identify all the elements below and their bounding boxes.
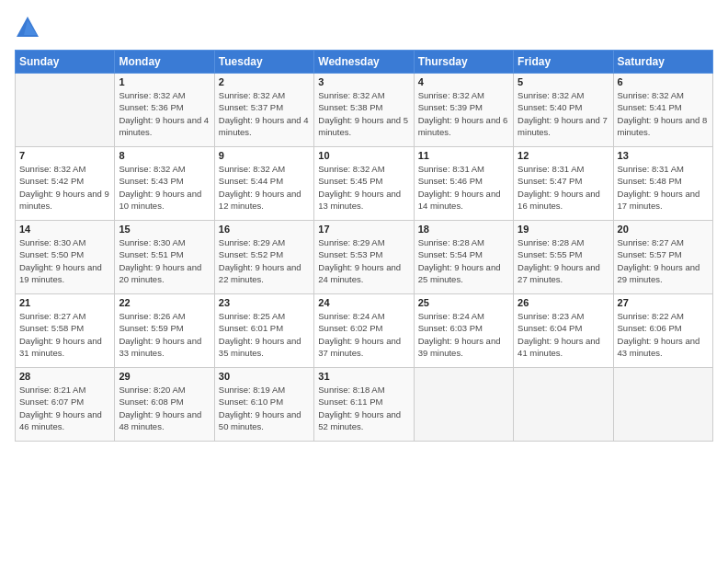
day-number: 10 [318,150,409,161]
calendar-cell: 14Sunrise: 8:30 AMSunset: 5:50 PMDayligh… [16,221,115,294]
cell-info: Sunrise: 8:18 AMSunset: 6:11 PMDaylight:… [318,384,409,432]
cell-info: Sunrise: 8:19 AMSunset: 6:10 PMDaylight:… [219,384,310,432]
day-number: 30 [219,371,310,382]
calendar-cell: 12Sunrise: 8:31 AMSunset: 5:47 PMDayligh… [514,147,613,221]
cell-info: Sunrise: 8:32 AMSunset: 5:44 PMDaylight:… [219,163,310,212]
day-number: 7 [19,150,110,161]
calendar-cell: 11Sunrise: 8:31 AMSunset: 5:46 PMDayligh… [414,147,513,221]
logo-icon [15,15,40,40]
calendar-week-row: 7Sunrise: 8:32 AMSunset: 5:42 PMDaylight… [16,147,713,221]
day-number: 11 [418,150,509,161]
day-number: 12 [518,150,609,161]
day-number: 8 [119,150,210,161]
calendar-week-row: 1Sunrise: 8:32 AMSunset: 5:36 PMDaylight… [16,74,713,147]
cell-info: Sunrise: 8:23 AMSunset: 6:04 PMDaylight:… [518,310,609,359]
calendar-cell: 6Sunrise: 8:32 AMSunset: 5:41 PMDaylight… [613,74,712,147]
column-header-tuesday: Tuesday [214,51,313,74]
calendar-cell: 8Sunrise: 8:32 AMSunset: 5:43 PMDaylight… [115,147,214,221]
calendar-cell: 7Sunrise: 8:32 AMSunset: 5:42 PMDaylight… [16,147,115,221]
day-number: 9 [219,150,310,161]
cell-info: Sunrise: 8:24 AMSunset: 6:02 PMDaylight:… [318,310,409,359]
day-number: 1 [119,76,210,87]
column-header-saturday: Saturday [613,51,712,74]
calendar-week-row: 28Sunrise: 8:21 AMSunset: 6:07 PMDayligh… [16,368,713,442]
calendar-cell: 28Sunrise: 8:21 AMSunset: 6:07 PMDayligh… [16,368,115,442]
calendar-cell: 30Sunrise: 8:19 AMSunset: 6:10 PMDayligh… [214,368,313,442]
cell-info: Sunrise: 8:32 AMSunset: 5:43 PMDaylight:… [119,163,210,212]
day-number: 31 [318,371,409,382]
calendar-cell: 31Sunrise: 8:18 AMSunset: 6:11 PMDayligh… [314,368,414,442]
cell-info: Sunrise: 8:32 AMSunset: 5:45 PMDaylight:… [318,163,409,212]
day-number: 6 [618,76,709,87]
cell-info: Sunrise: 8:32 AMSunset: 5:42 PMDaylight:… [19,163,110,212]
cell-info: Sunrise: 8:27 AMSunset: 5:58 PMDaylight:… [19,310,110,359]
cell-info: Sunrise: 8:29 AMSunset: 5:53 PMDaylight:… [318,236,409,285]
calendar-header-row: SundayMondayTuesdayWednesdayThursdayFrid… [16,51,713,74]
column-header-sunday: Sunday [16,51,115,74]
calendar-cell: 19Sunrise: 8:28 AMSunset: 5:55 PMDayligh… [514,221,613,294]
cell-info: Sunrise: 8:25 AMSunset: 6:01 PMDaylight:… [219,310,310,359]
calendar-cell: 16Sunrise: 8:29 AMSunset: 5:52 PMDayligh… [214,221,313,294]
calendar-cell: 1Sunrise: 8:32 AMSunset: 5:36 PMDaylight… [115,74,214,147]
cell-info: Sunrise: 8:29 AMSunset: 5:52 PMDaylight:… [219,236,310,285]
cell-info: Sunrise: 8:28 AMSunset: 5:55 PMDaylight:… [518,236,609,285]
calendar-cell: 29Sunrise: 8:20 AMSunset: 6:08 PMDayligh… [115,368,214,442]
calendar-cell: 15Sunrise: 8:30 AMSunset: 5:51 PMDayligh… [115,221,214,294]
cell-info: Sunrise: 8:32 AMSunset: 5:39 PMDaylight:… [418,89,509,138]
calendar-week-row: 21Sunrise: 8:27 AMSunset: 5:58 PMDayligh… [16,294,713,368]
cell-info: Sunrise: 8:30 AMSunset: 5:50 PMDaylight:… [19,236,110,285]
day-number: 16 [219,224,310,235]
day-number: 2 [219,76,310,87]
day-number: 29 [119,371,210,382]
calendar-cell: 9Sunrise: 8:32 AMSunset: 5:44 PMDaylight… [214,147,313,221]
cell-info: Sunrise: 8:27 AMSunset: 5:57 PMDaylight:… [618,236,709,285]
day-number: 21 [19,297,110,308]
calendar-cell: 23Sunrise: 8:25 AMSunset: 6:01 PMDayligh… [214,294,313,368]
day-number: 24 [318,297,409,308]
calendar-cell: 2Sunrise: 8:32 AMSunset: 5:37 PMDaylight… [214,74,313,147]
cell-info: Sunrise: 8:20 AMSunset: 6:08 PMDaylight:… [119,384,210,432]
day-number: 18 [418,224,509,235]
calendar-cell: 25Sunrise: 8:24 AMSunset: 6:03 PMDayligh… [414,294,513,368]
day-number: 25 [418,297,509,308]
page-header [15,15,713,40]
column-header-wednesday: Wednesday [314,51,414,74]
calendar-cell: 22Sunrise: 8:26 AMSunset: 5:59 PMDayligh… [115,294,214,368]
day-number: 28 [19,371,110,382]
cell-info: Sunrise: 8:26 AMSunset: 5:59 PMDaylight:… [119,310,210,359]
calendar-cell: 5Sunrise: 8:32 AMSunset: 5:40 PMDaylight… [514,74,613,147]
calendar-cell: 27Sunrise: 8:22 AMSunset: 6:06 PMDayligh… [613,294,712,368]
calendar-cell: 10Sunrise: 8:32 AMSunset: 5:45 PMDayligh… [314,147,414,221]
cell-info: Sunrise: 8:31 AMSunset: 5:48 PMDaylight:… [618,163,709,212]
day-number: 13 [618,150,709,161]
day-number: 3 [318,76,409,87]
calendar-cell: 24Sunrise: 8:24 AMSunset: 6:02 PMDayligh… [314,294,414,368]
cell-info: Sunrise: 8:31 AMSunset: 5:47 PMDaylight:… [518,163,609,212]
cell-info: Sunrise: 8:31 AMSunset: 5:46 PMDaylight:… [418,163,509,212]
calendar-cell: 20Sunrise: 8:27 AMSunset: 5:57 PMDayligh… [613,221,712,294]
calendar-cell: 18Sunrise: 8:28 AMSunset: 5:54 PMDayligh… [414,221,513,294]
calendar-cell: 3Sunrise: 8:32 AMSunset: 5:38 PMDaylight… [314,74,414,147]
calendar-week-row: 14Sunrise: 8:30 AMSunset: 5:50 PMDayligh… [16,221,713,294]
day-number: 26 [518,297,609,308]
calendar-cell [16,74,115,147]
column-header-monday: Monday [115,51,214,74]
day-number: 19 [518,224,609,235]
cell-info: Sunrise: 8:32 AMSunset: 5:40 PMDaylight:… [518,89,609,138]
cell-info: Sunrise: 8:24 AMSunset: 6:03 PMDaylight:… [418,310,509,359]
column-header-friday: Friday [514,51,613,74]
day-number: 15 [119,224,210,235]
calendar-cell: 13Sunrise: 8:31 AMSunset: 5:48 PMDayligh… [613,147,712,221]
column-header-thursday: Thursday [414,51,513,74]
day-number: 5 [518,76,609,87]
calendar-cell [613,368,712,442]
cell-info: Sunrise: 8:21 AMSunset: 6:07 PMDaylight:… [19,384,110,432]
calendar-cell [514,368,613,442]
calendar-cell [414,368,513,442]
cell-info: Sunrise: 8:22 AMSunset: 6:06 PMDaylight:… [618,310,709,359]
logo [15,15,44,40]
calendar-cell: 17Sunrise: 8:29 AMSunset: 5:53 PMDayligh… [314,221,414,294]
calendar-table: SundayMondayTuesdayWednesdayThursdayFrid… [15,50,713,442]
cell-info: Sunrise: 8:30 AMSunset: 5:51 PMDaylight:… [119,236,210,285]
day-number: 22 [119,297,210,308]
